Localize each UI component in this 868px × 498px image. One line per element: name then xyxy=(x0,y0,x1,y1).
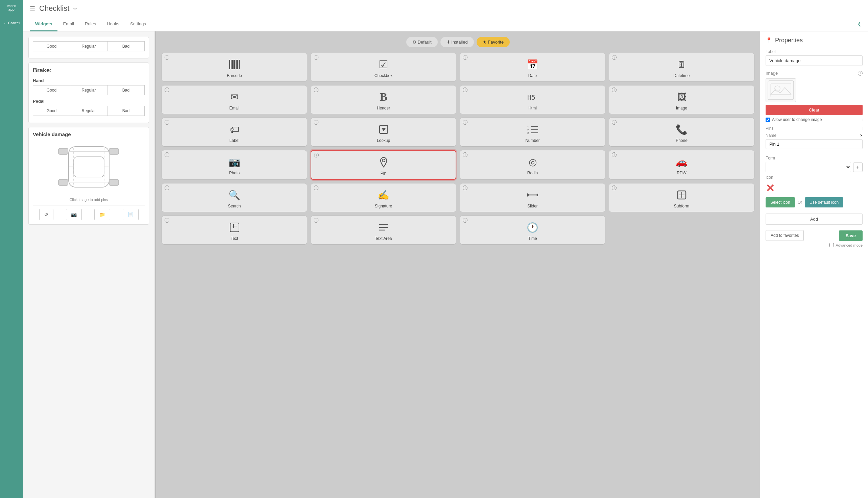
widget-header[interactable]: i B Header xyxy=(311,85,456,114)
widget-signature[interactable]: i ✍ Signature xyxy=(311,183,456,212)
html-icon: H5 xyxy=(463,90,602,104)
pedal-good-button[interactable]: Good xyxy=(33,106,70,116)
image-thumbnail[interactable] xyxy=(766,78,796,102)
number-icon: 123 xyxy=(463,123,602,136)
save-button[interactable]: Save xyxy=(839,231,863,241)
add-to-favorites-button[interactable]: Add to favorites xyxy=(766,230,804,241)
widget-number[interactable]: i 123 Number xyxy=(460,118,605,147)
select-icon-button[interactable]: Select icon xyxy=(766,197,795,208)
widget-rdw[interactable]: i 🚗 RDW xyxy=(609,150,754,180)
label-input[interactable] xyxy=(766,55,863,66)
widget-slider[interactable]: i Slider xyxy=(460,183,605,212)
rdw-info-icon[interactable]: i xyxy=(612,152,617,157)
phone-info-icon[interactable]: i xyxy=(612,120,617,124)
filter-default-tab[interactable]: ⚙ Default xyxy=(406,37,438,47)
file-icon-button[interactable]: 📄 xyxy=(123,209,139,220)
barcode-info-icon[interactable]: i xyxy=(165,55,169,60)
good-button[interactable]: Good xyxy=(33,41,70,51)
widget-barcode[interactable]: i Barcode xyxy=(161,53,307,82)
widget-radio[interactable]: i ◎ Radio xyxy=(460,150,605,180)
header-info-icon[interactable]: i xyxy=(314,88,319,92)
hand-good-button[interactable]: Good xyxy=(33,85,70,95)
app-header: ☰ Checklist ✏ xyxy=(23,0,868,17)
widget-date[interactable]: i 📅 Date xyxy=(460,53,605,82)
add-form-button[interactable]: + xyxy=(853,162,863,172)
number-info-icon[interactable]: i xyxy=(463,120,467,124)
tab-email[interactable]: Email xyxy=(57,17,79,31)
email-info-icon[interactable]: i xyxy=(165,88,169,92)
search-label: Search xyxy=(165,204,304,208)
filter-favorite-tab[interactable]: ★ Favorite xyxy=(477,37,510,47)
collapse-chevron[interactable]: ❮ xyxy=(857,17,861,31)
widget-pin[interactable]: i Pin xyxy=(311,150,456,180)
pins-header: Pins i xyxy=(766,126,863,131)
phone-icon: 📞 xyxy=(612,123,751,136)
slider-info-icon[interactable]: i xyxy=(463,185,467,190)
camera-icon-button[interactable]: 📷 xyxy=(66,209,82,220)
subform-info-icon[interactable]: i xyxy=(612,185,617,190)
search-info-icon[interactable]: i xyxy=(165,185,169,190)
clear-button[interactable]: Clear xyxy=(766,105,863,115)
add-button[interactable]: Add xyxy=(766,213,863,225)
signature-info-icon[interactable]: i xyxy=(314,185,319,190)
regular-button[interactable]: Regular xyxy=(70,41,107,51)
widget-label[interactable]: i 🏷 Label xyxy=(161,118,307,147)
refresh-icon-button[interactable]: ↺ xyxy=(39,209,53,220)
allow-info-icon: i xyxy=(861,117,863,122)
widget-lookup[interactable]: i Lookup xyxy=(311,118,456,147)
radio-info-icon[interactable]: i xyxy=(463,152,467,157)
photo-info-icon[interactable]: i xyxy=(165,152,169,157)
widget-image[interactable]: i 🖼 Image xyxy=(609,85,754,114)
svg-rect-18 xyxy=(238,60,240,69)
datetime-info-icon[interactable]: i xyxy=(612,55,617,60)
tab-widgets[interactable]: Widgets xyxy=(30,17,57,31)
hand-regular-button[interactable]: Regular xyxy=(70,85,107,95)
label-info-icon[interactable]: i xyxy=(165,120,169,124)
widget-phone[interactable]: i 📞 Phone xyxy=(609,118,754,147)
widget-photo[interactable]: i 📷 Photo xyxy=(161,150,307,180)
tab-hooks[interactable]: Hooks xyxy=(101,17,125,31)
checkbox-info-icon[interactable]: i xyxy=(314,55,319,60)
svg-rect-1 xyxy=(74,157,104,177)
image-info-icon[interactable]: i xyxy=(612,88,617,92)
filter-installed-tab[interactable]: ⬇ Installed xyxy=(440,37,474,47)
pin-name-input[interactable] xyxy=(766,139,863,149)
widget-subform[interactable]: i Subform xyxy=(609,183,754,212)
svg-point-42 xyxy=(775,86,780,91)
close-pin-button[interactable]: × xyxy=(860,133,863,138)
widget-email[interactable]: i ✉ Email xyxy=(161,85,307,114)
widget-text[interactable]: i Text xyxy=(161,215,307,245)
tab-settings[interactable]: Settings xyxy=(125,17,152,31)
pedal-regular-button[interactable]: Regular xyxy=(70,106,107,116)
widget-datetime[interactable]: i 🗓 Datetime xyxy=(609,53,754,82)
hand-bad-button[interactable]: Bad xyxy=(107,85,145,95)
text-info-icon[interactable]: i xyxy=(165,218,169,223)
widget-html[interactable]: i H5 Html xyxy=(460,85,605,114)
widget-textarea[interactable]: i Text Area xyxy=(311,215,456,245)
lookup-info-icon[interactable]: i xyxy=(314,120,319,124)
date-info-icon[interactable]: i xyxy=(463,55,467,60)
use-default-icon-button[interactable]: Use default icon xyxy=(805,197,843,208)
advanced-mode-checkbox[interactable] xyxy=(829,243,834,247)
textarea-info-icon[interactable]: i xyxy=(314,218,319,223)
html-label: Html xyxy=(463,106,602,110)
edit-title-icon[interactable]: ✏ xyxy=(73,6,77,11)
allow-change-checkbox[interactable] xyxy=(766,118,770,122)
signature-label: Signature xyxy=(314,204,453,208)
vehicle-damage-section: Vehicle damage xyxy=(28,127,149,225)
form-select[interactable] xyxy=(766,162,851,172)
datetime-icon: 🗓 xyxy=(612,58,751,71)
cancel-button[interactable]: ← Cancel xyxy=(3,21,20,25)
pin-info-icon[interactable]: i xyxy=(314,153,319,157)
widget-time[interactable]: i 🕐 Time xyxy=(460,215,605,245)
rdw-label: RDW xyxy=(612,171,751,175)
time-info-icon[interactable]: i xyxy=(463,218,467,223)
widget-search[interactable]: i 🔍 Search xyxy=(161,183,307,212)
widget-checkbox[interactable]: i ☑ Checkbox xyxy=(311,53,456,82)
tab-rules[interactable]: Rules xyxy=(79,17,101,31)
pedal-bad-button[interactable]: Bad xyxy=(107,106,145,116)
vehicle-image[interactable] xyxy=(33,140,145,195)
folder-icon-button[interactable]: 📁 xyxy=(94,209,110,220)
bad-button[interactable]: Bad xyxy=(107,41,145,51)
html-info-icon[interactable]: i xyxy=(463,88,467,92)
